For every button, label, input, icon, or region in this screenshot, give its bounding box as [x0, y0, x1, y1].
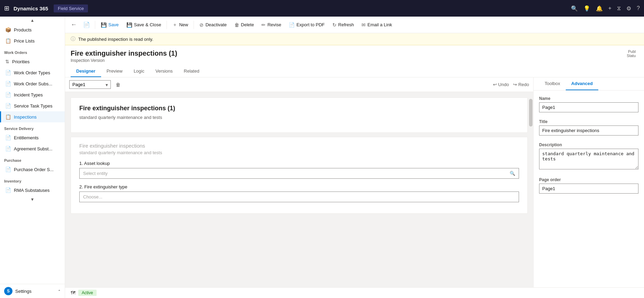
sidebar-chevron-icon[interactable]: ⌃	[58, 289, 61, 293]
entitlements-icon: 📄	[5, 135, 11, 140]
tab-related[interactable]: Related	[178, 66, 205, 77]
undo-redo-area: ↩ Undo ↪ Redo	[493, 82, 529, 87]
work-order-subs-icon: 📄	[5, 81, 11, 86]
email-link-button[interactable]: ✉ Email a Link	[358, 20, 395, 30]
save-button[interactable]: 💾 Save	[97, 20, 122, 30]
inspection-header-card: Fire extinguisher inspections (1) standa…	[71, 97, 528, 133]
status-badge: Active	[78, 290, 97, 296]
record-tabs: Designer Preview Logic Versions Related	[71, 66, 638, 77]
lightbulb-icon[interactable]: 💡	[583, 5, 590, 12]
revise-button[interactable]: ✏ Revise	[258, 20, 285, 30]
sidebar-item-work-order-types[interactable]: 📄 Work Order Types	[0, 67, 65, 78]
save-icon: 💾	[101, 22, 107, 28]
products-icon: 📦	[5, 27, 11, 32]
dropdown-select-1[interactable]: Choose...	[79, 192, 519, 202]
sidebar-item-service-task-types[interactable]: 📄 Service Task Types	[0, 100, 65, 111]
tab-preview[interactable]: Preview	[101, 66, 128, 77]
export-pdf-icon: 📄	[289, 22, 295, 28]
main-layout: ▲ 📦 Products 📋 Price Lists Work Orders ⇅…	[0, 17, 644, 298]
service-task-types-icon: 📄	[5, 103, 11, 109]
service-delivery-header: Service Delivery	[0, 122, 65, 132]
question-2-label: 2. Fire extinguisher type	[79, 184, 519, 189]
canvas-scrollbar-thumb[interactable]	[529, 99, 533, 127]
field-group-title: Title	[539, 119, 638, 136]
record-title-area: Fire extinguisher inspections (1) Inspec…	[71, 49, 177, 66]
right-panel-tab-advanced[interactable]: Advanced	[566, 77, 598, 90]
canvas-scroll-area[interactable]: Fire extinguisher inspections (1) standa…	[65, 92, 533, 287]
sidebar-item-entitlements[interactable]: 📄 Entitlements	[0, 132, 65, 143]
help-icon[interactable]: ?	[637, 5, 640, 11]
right-panel-tab-toolbox[interactable]: Toolbox	[539, 77, 566, 90]
sidebar-item-purchase-order-s[interactable]: 📄 Purchase Order S...	[0, 164, 65, 175]
right-panel-content: Name Title Description standard quarterl…	[534, 91, 644, 206]
record-subtitle: Inspection Version	[71, 58, 177, 63]
delete-button[interactable]: 🗑 Delete	[231, 20, 258, 30]
undo-button[interactable]: ↩ Undo	[493, 82, 509, 87]
search-icon[interactable]: 🔍	[571, 5, 578, 12]
field-textarea-description[interactable]: standard quarterly maintenance and tests	[539, 149, 638, 169]
banner-message: The published inspection is read only.	[78, 37, 153, 42]
export-pdf-button[interactable]: 📄 Export to PDF	[285, 20, 328, 30]
settings-icon[interactable]: ⚙	[626, 5, 631, 12]
map-icon[interactable]: 🗺	[71, 290, 75, 296]
field-label-name: Name	[539, 96, 638, 101]
tab-designer[interactable]: Designer	[71, 66, 101, 77]
sidebar-scroll-down[interactable]: ▼	[0, 196, 65, 203]
purchase-header: Purchase	[0, 154, 65, 164]
sidebar-scroll-up[interactable]: ▲	[0, 17, 65, 24]
incident-types-icon: 📄	[5, 92, 11, 97]
sidebar-item-inspections[interactable]: 📋 Inspections	[0, 111, 65, 122]
sidebar-item-price-lists[interactable]: 📋 Price Lists	[0, 35, 65, 46]
agreement-subst-icon: 📄	[5, 146, 11, 151]
settings-label: Settings	[15, 289, 32, 294]
field-input-page-order[interactable]	[539, 184, 638, 194]
work-order-types-icon: 📄	[5, 70, 11, 75]
refresh-icon: ↻	[332, 22, 337, 28]
entity-select-1[interactable]: Select entity 🔍	[79, 168, 519, 179]
tab-logic[interactable]: Logic	[128, 66, 150, 77]
module-name[interactable]: Field Service	[54, 4, 88, 12]
page-select[interactable]: Page1	[69, 80, 111, 89]
save-close-button[interactable]: 💾 Save & Close	[123, 20, 165, 30]
sidebar-item-agreement-subst[interactable]: 📄 Agreement Subst...	[0, 143, 65, 154]
right-panel-tabs: Toolbox Advanced	[534, 77, 644, 91]
plus-icon[interactable]: +	[608, 5, 611, 11]
tab-versions[interactable]: Versions	[150, 66, 178, 77]
inventory-header: Inventory	[0, 175, 65, 185]
section-desc: standard quarterly maintenance and tests	[79, 150, 519, 155]
new-icon: ＋	[172, 22, 177, 28]
sidebar-item-work-order-subs[interactable]: 📄 Work Order Subs...	[0, 78, 65, 89]
field-label-page-order: Page order	[539, 177, 638, 182]
field-input-name[interactable]	[539, 102, 638, 112]
notification-icon[interactable]: 🔔	[596, 5, 603, 12]
deactivate-icon: ⊘	[199, 22, 204, 28]
save-close-icon: 💾	[126, 22, 132, 28]
record-status-sub: Statu	[627, 54, 636, 58]
purchase-order-icon: 📄	[5, 167, 11, 172]
back-button[interactable]: ←	[68, 19, 80, 30]
sidebar-item-products[interactable]: 📦 Products	[0, 24, 65, 35]
redo-button[interactable]: ↪ Redo	[513, 82, 529, 87]
waffle-icon[interactable]: ⊞	[4, 4, 9, 12]
section-title: Fire extinguisher inspections	[79, 143, 519, 149]
new-button[interactable]: ＋ New	[169, 20, 191, 30]
page-delete-icon[interactable]: 🗑	[114, 81, 123, 89]
sidebar-item-incident-types[interactable]: 📄 Incident Types	[0, 89, 65, 100]
section-card: Fire extinguisher inspections standard q…	[71, 137, 528, 214]
field-input-title[interactable]	[539, 125, 638, 136]
question-block-1: 1. Asset lookup Select entity 🔍	[79, 161, 519, 179]
deactivate-button[interactable]: ⊘ Deactivate	[196, 20, 230, 30]
revise-icon: ✏	[261, 22, 266, 28]
page-icon-button[interactable]: 📄	[80, 19, 93, 30]
sidebar-item-rma-substatuses[interactable]: 📄 RMA Substatuses	[0, 185, 65, 196]
refresh-button[interactable]: ↻ Refresh	[329, 20, 358, 30]
work-orders-header: Work Orders	[0, 46, 65, 56]
filter-icon[interactable]: ⧖	[617, 5, 621, 11]
sidebar-item-priorities[interactable]: ⇅ Priorities	[0, 56, 65, 67]
content-area: ← 📄 💾 Save 💾 Save & Close ＋ New ⊘ Deacti…	[65, 17, 644, 298]
email-link-icon: ✉	[361, 22, 366, 28]
sidebar-bottom[interactable]: S Settings ⌃	[0, 284, 65, 298]
toolbar-divider-3	[194, 21, 194, 29]
priorities-icon: ⇅	[5, 59, 9, 64]
right-panel: Toolbox Advanced Name Title	[533, 77, 644, 287]
